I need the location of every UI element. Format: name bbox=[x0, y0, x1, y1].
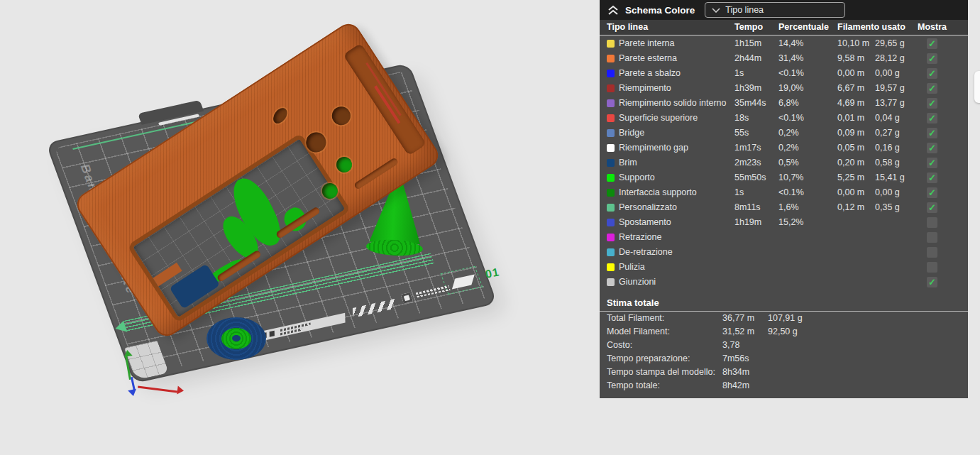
check-icon: ✓ bbox=[928, 66, 936, 81]
line-type-filament-length: 10,10 m bbox=[837, 36, 869, 51]
line-type-time: 55m50s bbox=[734, 170, 766, 185]
viewport-3d[interactable]: Bambu Cool Plate bbox=[0, 0, 600, 455]
show-checkbox[interactable]: ✓ bbox=[927, 232, 937, 243]
line-type-filament-length: 5,25 m bbox=[837, 170, 864, 185]
line-type-filament-length: 6,67 m bbox=[837, 81, 864, 96]
total-label: Tempo totale: bbox=[607, 379, 660, 393]
show-checkbox[interactable]: ✓ bbox=[927, 143, 937, 153]
show-checkbox[interactable]: ✓ bbox=[927, 38, 937, 49]
panel-title: Schema Colore bbox=[625, 5, 695, 16]
line-type-color-swatch bbox=[607, 278, 615, 286]
show-checkbox[interactable]: ✓ bbox=[927, 83, 937, 94]
panel-header: Schema Colore Tipo linea bbox=[600, 0, 968, 20]
show-checkbox[interactable]: ✓ bbox=[927, 187, 937, 198]
line-type-filament-length: 0,20 m bbox=[837, 155, 864, 170]
line-type-percent: 19,0% bbox=[778, 81, 803, 96]
line-type-label: Riempimento solido interno bbox=[619, 96, 726, 111]
line-type-row: Personalizzato 8m11s 1,6% 0,12 m 0,35 g … bbox=[600, 200, 968, 215]
support-brim-disc bbox=[207, 317, 266, 360]
total-row: Model Filament: 31,52 m 92,50 g bbox=[600, 325, 968, 339]
table-header-row: Tipo linea Tempo Percentuale Filamento u… bbox=[600, 20, 968, 35]
line-type-label: De-retrazione bbox=[619, 245, 673, 260]
show-checkbox[interactable]: ✓ bbox=[927, 113, 937, 124]
total-value-1: 7m56s bbox=[722, 352, 749, 366]
show-checkbox[interactable]: ✓ bbox=[927, 247, 937, 258]
line-type-row: Retrazione ✓ bbox=[600, 230, 968, 245]
axis-y-line bbox=[125, 356, 131, 380]
axis-x-arrow-icon bbox=[177, 385, 184, 395]
line-type-percent: 14,4% bbox=[778, 36, 803, 51]
line-type-filament-weight: 0,00 g bbox=[875, 185, 900, 200]
show-checkbox[interactable]: ✓ bbox=[927, 53, 937, 64]
line-type-time: 55s bbox=[734, 126, 749, 141]
total-label: Total Filament: bbox=[607, 312, 664, 325]
line-type-row: Bridge 55s 0,2% 0,09 m 0,27 g ✓ bbox=[600, 126, 968, 141]
line-type-label: Riempimento bbox=[619, 81, 671, 96]
show-checkbox[interactable]: ✓ bbox=[927, 172, 937, 183]
chevron-double-up-icon bbox=[607, 5, 619, 16]
show-checkbox[interactable]: ✓ bbox=[927, 217, 937, 228]
line-type-color-swatch bbox=[607, 114, 615, 122]
layer-slider-handle[interactable] bbox=[974, 71, 980, 103]
line-type-filament-weight: 0,04 g bbox=[875, 111, 900, 126]
show-checkbox[interactable]: ✓ bbox=[927, 158, 937, 168]
show-checkbox[interactable]: ✓ bbox=[927, 202, 937, 213]
show-checkbox[interactable]: ✓ bbox=[927, 98, 937, 109]
line-type-filament-weight: 15,41 g bbox=[875, 170, 905, 185]
line-type-percent: 1,6% bbox=[778, 200, 799, 215]
check-icon: ✓ bbox=[928, 36, 936, 51]
line-type-filament-weight: 0,16 g bbox=[875, 141, 900, 155]
line-type-filament-weight: 0,35 g bbox=[875, 200, 900, 215]
total-value-2: 92,50 g bbox=[768, 325, 798, 339]
line-type-row: Giunzioni ✓ bbox=[600, 275, 968, 290]
line-type-percent: 15,2% bbox=[778, 215, 803, 230]
line-type-percent: 31,4% bbox=[778, 51, 803, 66]
line-type-color-swatch bbox=[607, 159, 615, 167]
check-icon: ✓ bbox=[928, 170, 936, 185]
line-type-label: Giunzioni bbox=[619, 275, 656, 290]
view-type-dropdown[interactable]: Tipo linea bbox=[705, 2, 845, 18]
line-type-time: 2m23s bbox=[734, 155, 761, 170]
line-type-time: 1h19m bbox=[734, 215, 761, 230]
line-type-filament-weight: 0,27 g bbox=[875, 126, 900, 141]
check-icon: ✓ bbox=[928, 81, 936, 96]
line-type-label: Parete interna bbox=[619, 36, 675, 51]
line-type-time: 2h44m bbox=[734, 51, 761, 66]
check-icon: ✓ bbox=[928, 126, 936, 141]
line-type-label: Superficie superiore bbox=[619, 111, 698, 126]
line-type-percent: <0.1% bbox=[778, 66, 804, 81]
total-row: Tempo stampa del modello: 8h34m bbox=[600, 366, 968, 379]
show-checkbox[interactable]: ✓ bbox=[927, 68, 937, 79]
line-type-time: 1m17s bbox=[734, 141, 761, 155]
check-icon: ✓ bbox=[928, 275, 936, 290]
line-type-color-swatch bbox=[607, 263, 615, 271]
line-type-filament-length: 4,69 m bbox=[837, 96, 864, 111]
color-scheme-panel: Schema Colore Tipo linea Tipo linea Temp… bbox=[600, 0, 968, 398]
line-type-label: Parete esterna bbox=[619, 51, 677, 66]
total-row: Costo: 3,78 bbox=[600, 339, 968, 352]
line-type-filament-weight: 0,58 g bbox=[875, 155, 900, 170]
show-checkbox[interactable]: ✓ bbox=[927, 128, 937, 138]
header-mostra: Mostra bbox=[918, 20, 947, 35]
model-hole bbox=[334, 154, 355, 175]
line-type-time: 1s bbox=[734, 185, 744, 200]
line-type-label: Spostamento bbox=[619, 215, 671, 230]
total-value-1: 8h42m bbox=[722, 379, 749, 393]
total-label: Tempo stampa del modello: bbox=[607, 366, 715, 379]
show-checkbox[interactable]: ✓ bbox=[927, 277, 937, 287]
plate-number-label: 01 bbox=[484, 265, 500, 281]
line-type-filament-weight: 28,12 g bbox=[875, 51, 905, 66]
line-type-filament-length: 9,58 m bbox=[837, 51, 864, 66]
line-type-label: Supporto bbox=[619, 170, 655, 185]
line-type-time: 18s bbox=[734, 111, 749, 126]
line-type-time: 1h15m bbox=[734, 36, 761, 51]
line-type-label: Personalizzato bbox=[619, 200, 677, 215]
line-type-label: Brim bbox=[619, 155, 637, 170]
header-percentuale: Percentuale bbox=[778, 20, 829, 35]
line-type-percent: 0,5% bbox=[778, 155, 799, 170]
line-type-filament-length: 0,05 m bbox=[837, 141, 864, 155]
collapse-panel-button[interactable] bbox=[607, 4, 620, 16]
show-checkbox[interactable]: ✓ bbox=[927, 262, 937, 273]
line-type-row: Parete interna 1h15m 14,4% 10,10 m 29,65… bbox=[600, 36, 968, 51]
axis-x-line bbox=[138, 386, 177, 393]
